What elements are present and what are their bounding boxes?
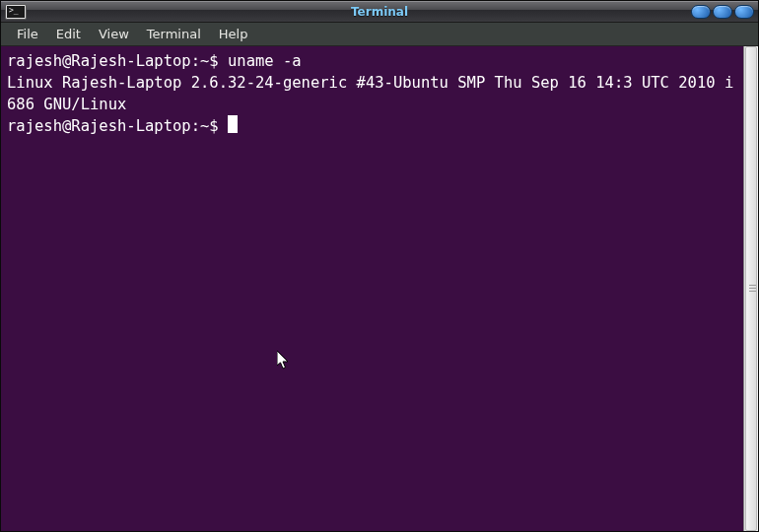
terminal-area: rajesh@Rajesh-Laptop:~$ uname -a Linux R… xyxy=(1,46,758,531)
text-cursor xyxy=(228,115,238,133)
scrollbar-thumb[interactable] xyxy=(745,46,757,531)
close-button[interactable] xyxy=(734,5,754,19)
terminal-line: rajesh@Rajesh-Laptop:~$ uname -a xyxy=(7,52,302,70)
terminal-output[interactable]: rajesh@Rajesh-Laptop:~$ uname -a Linux R… xyxy=(1,46,743,531)
titlebar[interactable]: Terminal xyxy=(1,1,758,23)
terminal-line: Linux Rajesh-Laptop 2.6.32-24-generic #4… xyxy=(7,74,733,113)
prompt: rajesh@Rajesh-Laptop:~$ xyxy=(7,117,228,135)
window-controls xyxy=(691,5,754,19)
terminal-window: Terminal File Edit View Terminal Help ra… xyxy=(0,0,759,532)
menu-help[interactable]: Help xyxy=(211,25,256,43)
typed-command: uname -a xyxy=(228,52,302,70)
menu-edit[interactable]: Edit xyxy=(48,25,89,43)
scrollbar-grip-icon xyxy=(749,285,756,293)
menu-view[interactable]: View xyxy=(91,25,137,43)
terminal-app-icon xyxy=(5,4,27,20)
vertical-scrollbar[interactable] xyxy=(743,46,758,531)
maximize-button[interactable] xyxy=(713,5,732,19)
scrollbar-track[interactable] xyxy=(744,46,758,531)
menu-file[interactable]: File xyxy=(9,25,46,43)
menubar: File Edit View Terminal Help xyxy=(1,23,758,46)
window-title: Terminal xyxy=(1,5,758,19)
menu-terminal[interactable]: Terminal xyxy=(139,25,209,43)
prompt: rajesh@Rajesh-Laptop:~$ xyxy=(7,52,228,70)
minimize-button[interactable] xyxy=(691,5,711,19)
terminal-line: rajesh@Rajesh-Laptop:~$ xyxy=(7,117,238,135)
